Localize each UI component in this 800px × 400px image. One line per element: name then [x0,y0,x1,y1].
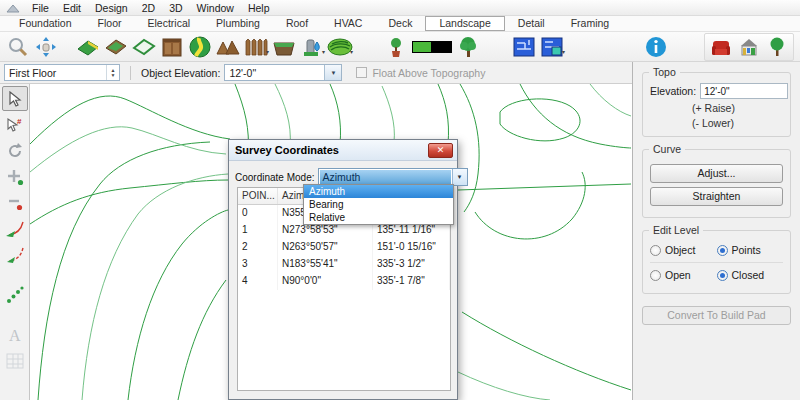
hill-icon[interactable] [214,34,242,60]
text-tool-icon[interactable]: A [2,322,28,347]
table-row[interactable]: 3 N183°55'41" 335'-3 1/2" [238,256,450,273]
tab-roof[interactable]: Roof [273,16,321,31]
float-above-topography-checkbox[interactable] [356,67,367,78]
tree-icon[interactable] [454,34,482,60]
menu-file[interactable]: File [25,2,56,14]
menu-design[interactable]: Design [88,2,135,14]
object-elevation-value: 12'-0" [229,67,256,79]
sprinkler-dropdown-caret[interactable]: ▾ [322,48,325,55]
tab-plumbing[interactable]: Plumbing [203,16,273,31]
dialog-titlebar[interactable]: Survey Coordinates [229,140,457,161]
table-row[interactable]: 2 N263°50'57" 151'-0 15/16" [238,239,450,256]
cell-point: 4 [238,273,278,290]
lower-hint: (- Lower) [692,117,783,129]
fence-dropdown-caret[interactable]: ▾ [266,48,269,55]
closed-radio-label: Closed [732,269,765,281]
elevation-label: Elevation: [650,85,696,97]
adjust-button[interactable]: Adjust... [650,164,783,183]
closed-radio[interactable] [717,270,728,281]
grid-tool-icon[interactable] [2,348,28,373]
terrain-perimeter-icon[interactable] [74,34,102,60]
road-icon[interactable] [186,34,214,60]
plant-library-icon[interactable] [763,34,791,60]
cell-point: 1 [238,222,278,239]
select-by-number-icon[interactable]: # [2,112,28,137]
cell-distance: 335'-1 7/8" [373,273,450,290]
flat-region-icon[interactable] [130,34,158,60]
floor-toolbar: First Floor ▲▼ Object Elevation: 12'-0" … [0,62,632,84]
sprinkler-chain-icon[interactable] [2,282,28,307]
convert-to-build-pad-button[interactable]: Convert To Build Pad [642,306,791,325]
add-point-icon[interactable] [2,164,28,189]
pan-icon[interactable] [32,34,60,60]
plant-icon[interactable] [382,34,410,60]
cell-azimuth: N263°50'57" [278,239,373,256]
dropdown-option-relative[interactable]: Relative [304,211,453,224]
floor-select[interactable]: First Floor ▲▼ [4,64,120,81]
tab-floor[interactable]: Floor [85,16,135,31]
tab-foundation[interactable]: Foundation [6,16,85,31]
sprinkler-icon[interactable] [298,34,326,60]
tab-deck[interactable]: Deck [375,16,425,31]
table-row[interactable]: 4 N90°0'0" 335'-1 7/8" [238,273,450,290]
remove-point-icon[interactable] [2,190,28,215]
plan-canvas[interactable]: Survey Coordinates ✕ Coordinate Mode: Az… [30,84,631,400]
object-radio[interactable] [650,245,661,256]
tab-landscape[interactable]: Landscape [425,16,504,31]
object-elevation-dropdown-icon[interactable]: ▼ [324,65,341,80]
terrain-hole-icon[interactable] [270,34,298,60]
survey-coordinates-dialog: Survey Coordinates ✕ Coordinate Mode: Az… [228,139,458,400]
tab-hvac[interactable]: HVAC [321,16,375,31]
library-browser-icon[interactable] [735,34,763,60]
floor-select-value: First Floor [9,67,56,79]
fence-icon[interactable] [242,34,270,60]
elevation-input[interactable] [700,83,788,99]
dropdown-option-azimuth[interactable]: Azimuth [304,185,453,198]
curve-group: Curve Adjust... Straighten [642,149,791,218]
cell-point: 3 [238,256,278,273]
tab-electrical[interactable]: Electrical [134,16,203,31]
coordinate-mode-row: Coordinate Mode: Azimuth ▼ [229,161,457,186]
tab-framing[interactable]: Framing [558,16,623,31]
rotate-icon[interactable] [2,138,28,163]
furniture-library-icon[interactable] [707,34,735,60]
floor-spinner[interactable]: ▲▼ [106,65,119,80]
points-radio[interactable] [717,245,728,256]
open-radio-label: Open [665,269,691,281]
raise-hint: (+ Raise) [692,102,783,114]
menu-3d[interactable]: 3D [162,2,189,14]
menu-window[interactable]: Window [190,2,241,14]
menu-bar: File Edit Design 2D 3D Window Help [0,0,800,16]
zoom-icon[interactable] [4,34,32,60]
menu-edit[interactable]: Edit [56,2,88,14]
plan-view-icon[interactable] [510,34,538,60]
coordinate-mode-dropdown: Azimuth Bearing Relative [303,184,454,225]
cell-azimuth: N183°55'41" [278,256,373,273]
close-icon[interactable]: ✕ [428,143,453,158]
elevation-region-icon[interactable] [102,34,130,60]
info-icon[interactable] [642,34,670,60]
menu-2d[interactable]: 2D [135,2,162,14]
chevron-down-icon[interactable]: ▼ [452,169,467,185]
retaining-wall-icon[interactable] [158,34,186,60]
edit-level-group-title: Edit Level [649,224,703,236]
curve-line-icon[interactable] [2,216,28,241]
edit-toolbar: # [0,84,30,400]
menu-help[interactable]: Help [241,2,277,14]
curve-dashed-icon[interactable] [2,242,28,267]
plant-chooser-icon[interactable] [410,34,454,60]
camera-view-icon[interactable] [538,34,566,60]
garden-bed-dropdown-caret[interactable]: ▾ [350,48,353,55]
topo-group: Topo Elevation: (+ Raise) (- Lower) [642,72,791,137]
dropdown-option-bearing[interactable]: Bearing [304,198,453,211]
open-radio[interactable] [650,270,661,281]
object-elevation-combo[interactable]: 12'-0" ▼ [224,64,342,81]
tab-bar: Foundation Floor Electrical Plumbing Roo… [0,16,800,32]
tab-detail[interactable]: Detail [505,16,558,31]
garden-bed-icon[interactable] [326,34,354,60]
view-dropdown-caret[interactable]: ▾ [562,48,565,55]
svg-text:A: A [9,327,21,344]
cell-distance: 151'-0 15/16" [373,239,450,256]
straighten-button[interactable]: Straighten [650,187,783,206]
select-arrow-icon[interactable] [2,86,28,111]
